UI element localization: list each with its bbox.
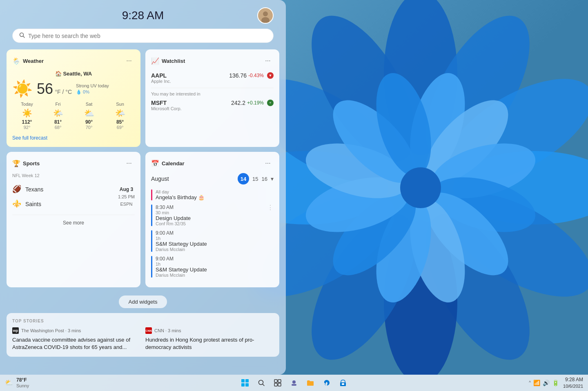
game-date: Aug 3 (118, 186, 135, 193)
win11-wallpaper (253, 0, 588, 375)
strategy-event-1-time: 9:00 AM (156, 230, 274, 236)
calendar-widget: 📅 Calendar ··· August 14 15 16 ▾ All day… (145, 152, 279, 287)
sports-title-group: 🏆 Sports (12, 160, 40, 167)
watchlist-icon: 📈 (151, 57, 159, 65)
weather-location: 🏠 Seattle, WA (12, 71, 135, 77)
forecast-day-3: Sun (105, 102, 135, 107)
strategy-event-2-title: S&M Startegy Update (156, 267, 207, 273)
watchlist-interested-label: You may be interested in (151, 91, 274, 96)
watchlist-widget: 📈 Watchlist ··· AAPL Apple Inc. 136.76 -… (145, 49, 279, 147)
calendar-date-15[interactable]: 15 (252, 176, 258, 182)
forecast-high-3: 85° (105, 119, 135, 125)
forecast-icon-2: ⛅ (74, 108, 104, 118)
taskbar: ⛅ 78°F Sunny (0, 375, 588, 391)
svg-point-26 (263, 11, 268, 16)
game-network: ESPN (118, 201, 135, 208)
stock-aapl-row[interactable]: AAPL Apple Inc. 136.76 -0.43% ▼ (151, 71, 274, 85)
weather-unit: °F / °C (55, 89, 72, 95)
taskbar-clock: 9:28 AM (563, 377, 583, 383)
start-button[interactable] (240, 378, 250, 388)
taskbar-volume-icon: 🔊 (543, 380, 550, 386)
wp-source-row: wp The Washington Post · 3 mins (12, 327, 140, 334)
widgets-panel: 9:28 AM 🌦️ (0, 0, 286, 375)
calendar-event-design-update[interactable]: 8:30 AM 30 min Design Update Conf Rm 32/… (151, 204, 274, 226)
design-update-dots[interactable]: ⋮ (267, 204, 274, 226)
see-full-forecast-link[interactable]: See full forecast (12, 135, 47, 141)
weather-icon: 🌦️ (12, 57, 20, 65)
widgets-grid: 🌦️ Weather ··· 🏠 Seattle, WA ☀️ 56 °F / … (0, 49, 286, 292)
strategy-event-2-details: 9:00 AM 1h S&M Startegy Update Darius Mc… (156, 256, 207, 278)
weather-widget-header: 🌦️ Weather ··· (12, 55, 135, 67)
taskbar-chevron-icon[interactable]: ^ (529, 380, 531, 385)
taskbar-datetime[interactable]: 9:28 AM 10/6/2021 (563, 377, 583, 389)
taskbar-temp: 78°F (16, 377, 29, 383)
strategy-event-2-time: 9:00 AM (156, 256, 207, 262)
taskbar-date: 10/6/2021 (563, 383, 583, 389)
forecast-day-0: Today (12, 102, 42, 107)
calendar-expand-icon[interactable]: ▾ (271, 176, 274, 182)
strategy-event-1-duration: 1h (156, 236, 274, 241)
svg-rect-37 (292, 384, 296, 386)
taskbar-right: ^ 📶 🔊 🔋 9:28 AM 10/6/2021 (529, 377, 583, 389)
forecast-icon-1: 🌤️ (43, 108, 73, 118)
weather-title: Weather (23, 58, 44, 64)
svg-point-30 (259, 380, 263, 385)
calendar-event-strategy-2[interactable]: 9:00 AM 1h S&M Startegy Update Darius Mc… (151, 256, 274, 278)
forecast-fri: Fri 🌤️ 81° 68° (43, 102, 73, 130)
forecast-low-2: 70° (74, 125, 104, 130)
stock-msft-row[interactable]: MSFT Microsoft Corp. 242.2 +0.19% + (151, 98, 274, 113)
taskbar-center (240, 378, 348, 388)
add-widgets-button[interactable]: Add widgets (119, 295, 167, 308)
saints-logo: ⚜️ (12, 199, 22, 209)
wp-source-logo: wp (12, 327, 19, 334)
weather-sun-icon: ☀️ (12, 79, 33, 98)
calendar-widget-header: 📅 Calendar ··· (151, 158, 274, 169)
strategy-event-2-duration: 1h (156, 262, 207, 267)
taskbar-explorer-button[interactable] (305, 378, 315, 388)
search-input[interactable] (28, 33, 267, 39)
time-display: 9:28 AM (99, 9, 186, 22)
sports-team-saints: ⚜️ Saints (12, 197, 118, 211)
wp-source-name: The Washington Post · 3 mins (21, 328, 81, 333)
calendar-date-16[interactable]: 16 (262, 176, 267, 182)
watchlist-divider (151, 88, 274, 88)
taskbar-taskview-button[interactable] (273, 378, 283, 388)
taskbar-search-button[interactable] (256, 378, 266, 388)
weather-more-button[interactable]: ··· (123, 55, 135, 67)
story-washington-post[interactable]: wp The Washington Post · 3 mins Canada v… (12, 327, 140, 351)
stock-msft-info: MSFT Microsoft Corp. (151, 100, 182, 111)
calendar-event-birthday[interactable]: All day Angela's Birthday 🎂 (151, 189, 274, 200)
search-icon (19, 32, 25, 39)
forecast-icon-0: ☀️ (12, 108, 42, 118)
story-cnn[interactable]: CNN CNN · 3 mins Hundreds in Hong Kong p… (145, 327, 274, 351)
design-update-details: 8:30 AM 30 min Design Update Conf Rm 32/… (156, 204, 264, 226)
watchlist-more-button[interactable]: ··· (262, 55, 274, 67)
taskbar-teams-button[interactable] (289, 378, 299, 388)
stock-msft-company: Microsoft Corp. (151, 106, 182, 111)
search-bar[interactable] (12, 29, 274, 43)
forecast-low-0: 92° (12, 125, 42, 130)
taskbar-weather: 78°F Sunny (16, 377, 29, 389)
saints-name: Saints (25, 201, 41, 207)
calendar-more-button[interactable]: ··· (262, 158, 274, 169)
cnn-story-title: Hundreds in Hong Kong protest arrests of… (145, 336, 274, 351)
stock-msft-ticker: MSFT (151, 100, 182, 106)
weather-forecast: Today ☀️ 112° 92° Fri 🌤️ 81° 68° Sat ⛅ 9… (12, 102, 135, 130)
svg-point-24 (400, 167, 441, 208)
sports-game-info: Aug 3 1:25 PM ESPN (118, 186, 135, 208)
sports-see-more[interactable]: See more (12, 218, 135, 226)
taskbar-store-button[interactable] (338, 378, 348, 388)
event-bar-pink (151, 189, 152, 200)
stock-aapl-price-group: 136.76 -0.43% ▼ (229, 72, 274, 79)
stock-aapl-info: AAPL Apple Inc. (151, 72, 171, 84)
calendar-event-strategy-1[interactable]: 9:00 AM 1h S&M Startegy Update Darius Mc… (151, 230, 274, 252)
svg-line-29 (23, 36, 25, 38)
calendar-active-date[interactable]: 14 (238, 173, 249, 184)
svg-rect-33 (278, 380, 281, 382)
sports-more-button[interactable]: ··· (123, 158, 135, 169)
strategy-event-2-subtitle: Darius Mcclain (156, 273, 207, 278)
taskbar-edge-button[interactable] (322, 378, 332, 388)
user-avatar[interactable] (257, 7, 274, 24)
wp-story-title: Canada vaccine committee advises against… (12, 336, 140, 351)
panel-header: 9:28 AM (0, 0, 286, 29)
